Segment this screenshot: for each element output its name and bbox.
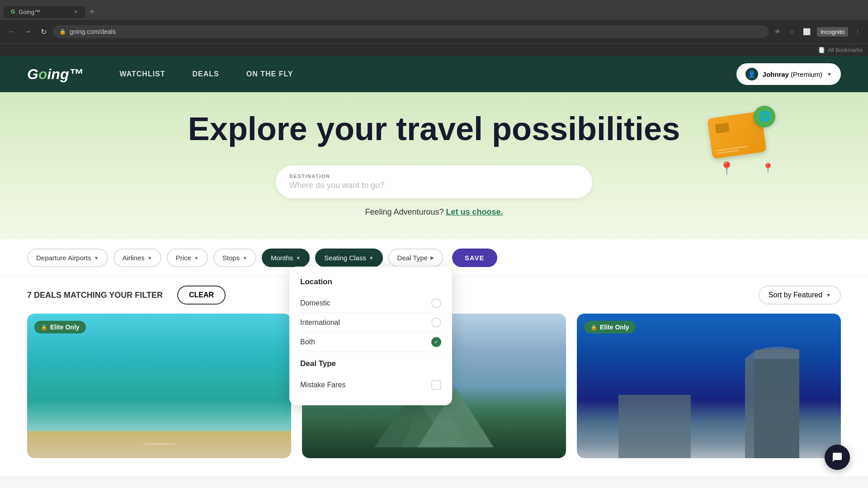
nav-on-the-fly[interactable]: ON THE FLY bbox=[246, 70, 293, 78]
deal-card-3[interactable]: 🔒 Elite Only bbox=[577, 314, 841, 458]
adventurous-prompt: Feeling Adventurous? Let us choose. bbox=[27, 207, 841, 217]
airlines-chevron-icon: ▼ bbox=[147, 255, 152, 261]
both-label: Both bbox=[300, 338, 315, 346]
active-tab[interactable]: G Going™ ✕ bbox=[4, 6, 85, 18]
deal-type-chevron-icon: ▶ bbox=[430, 255, 434, 261]
sort-label: Sort by Featured bbox=[769, 291, 822, 299]
back-button[interactable]: ← bbox=[5, 26, 18, 38]
browser-nav-bar: ← → ↻ 🔒 going.com/deals 👁 ☆ ⬜ Incognito … bbox=[0, 20, 868, 43]
departure-airports-chevron-icon: ▼ bbox=[94, 255, 99, 261]
departure-airports-label: Departure Airports bbox=[36, 254, 91, 262]
deal-type-filter[interactable]: Deal Type ▶ bbox=[388, 249, 443, 267]
user-menu-button[interactable]: 👤 Johnray (Premium) ▼ bbox=[736, 63, 841, 85]
device-icon[interactable]: ⬜ bbox=[801, 26, 812, 37]
domestic-radio[interactable] bbox=[431, 298, 441, 308]
user-menu-chevron-icon: ▼ bbox=[827, 71, 832, 77]
results-left: 7 DEALS MATCHING YOUR FILTER CLEAR bbox=[27, 286, 226, 305]
all-bookmarks-label[interactable]: All Bookmarks bbox=[828, 47, 863, 53]
hero-section: Explore your travel possibilities 🌐 📍 📍 … bbox=[0, 92, 868, 239]
mistake-fares-option[interactable]: Mistake Fares bbox=[300, 375, 441, 394]
chat-button[interactable] bbox=[825, 445, 850, 470]
both-radio[interactable]: ✓ bbox=[431, 337, 441, 347]
user-name: Johnray (Premium) bbox=[763, 70, 823, 78]
both-option[interactable]: Both ✓ bbox=[300, 333, 441, 352]
mistake-fares-label: Mistake Fares bbox=[300, 381, 345, 389]
departure-airports-filter[interactable]: Departure Airports ▼ bbox=[27, 249, 108, 267]
deal-type-section-title: Deal Type bbox=[300, 359, 441, 368]
stops-filter[interactable]: Stops ▼ bbox=[213, 249, 256, 267]
save-button[interactable]: SAVE bbox=[452, 249, 497, 267]
seating-class-label: Seating Class bbox=[324, 254, 366, 262]
destination-input-wrapper[interactable]: DESTINATION Where do you want to go? bbox=[276, 165, 592, 198]
profile-menu-icon[interactable]: ⋮ bbox=[853, 26, 863, 37]
address-bar[interactable]: 🔒 going.com/deals bbox=[53, 25, 769, 38]
stops-chevron-icon: ▼ bbox=[242, 255, 247, 261]
elite-badge-3: 🔒 Elite Only bbox=[584, 321, 636, 333]
tab-bar: G Going™ ✕ + bbox=[0, 0, 868, 20]
elite-badge-label-3: Elite Only bbox=[600, 324, 629, 331]
seating-class-chevron-icon: ▼ bbox=[369, 255, 374, 261]
price-chevron-icon: ▼ bbox=[194, 255, 199, 261]
lock-icon-1: 🔒 bbox=[41, 324, 47, 330]
elite-badge-1: 🔒 Elite Only bbox=[34, 321, 86, 333]
sort-chevron-icon: ▼ bbox=[826, 292, 831, 298]
destination-label: DESTINATION bbox=[289, 174, 579, 179]
sort-button[interactable]: Sort by Featured ▼ bbox=[759, 286, 841, 305]
svg-rect-5 bbox=[754, 350, 799, 458]
price-filter[interactable]: Price ▼ bbox=[167, 249, 208, 267]
bookmark-star-icon[interactable]: ☆ bbox=[787, 26, 797, 37]
deal-type-dropdown: Location Domestic International Both ✓ D… bbox=[289, 267, 452, 405]
new-tab-button[interactable]: + bbox=[85, 5, 99, 19]
months-chevron-icon: ▼ bbox=[296, 255, 301, 261]
page-content: Going™ WATCHLIST DEALS ON THE FLY 👤 John… bbox=[0, 56, 868, 476]
domestic-label: Domestic bbox=[300, 299, 330, 307]
chat-icon bbox=[832, 452, 843, 463]
price-label: Price bbox=[176, 254, 191, 262]
svg-rect-6 bbox=[618, 395, 691, 458]
user-avatar-icon: 👤 bbox=[745, 68, 758, 80]
elite-badge-label-1: Elite Only bbox=[50, 324, 80, 331]
mistake-fares-checkbox[interactable] bbox=[431, 380, 441, 390]
tab-close-button[interactable]: ✕ bbox=[74, 9, 78, 15]
main-nav: WATCHLIST DEALS ON THE FLY bbox=[119, 70, 736, 78]
international-option[interactable]: International bbox=[300, 313, 441, 333]
results-count: 7 DEALS MATCHING YOUR FILTER bbox=[27, 291, 163, 300]
deal-card-1[interactable]: 🔒 Elite Only bbox=[27, 314, 291, 458]
international-radio[interactable] bbox=[431, 318, 441, 328]
months-filter[interactable]: Months ▼ bbox=[262, 249, 310, 267]
refresh-button[interactable]: ↻ bbox=[38, 26, 49, 38]
let-us-choose-link[interactable]: Let us choose. bbox=[446, 207, 503, 216]
nav-watchlist[interactable]: WATCHLIST bbox=[119, 70, 165, 78]
incognito-badge: Incognito bbox=[817, 27, 848, 37]
location-section-title: Location bbox=[300, 277, 441, 286]
url-text: going.com/deals bbox=[70, 28, 116, 35]
clear-button[interactable]: CLEAR bbox=[177, 286, 226, 305]
site-header: Going™ WATCHLIST DEALS ON THE FLY 👤 John… bbox=[0, 56, 868, 92]
stops-label: Stops bbox=[222, 254, 240, 262]
international-label: International bbox=[300, 319, 340, 327]
nav-actions: 👁 ☆ ⬜ Incognito ⋮ bbox=[773, 26, 863, 37]
deal-type-label: Deal Type bbox=[397, 254, 428, 262]
tab-title: Going™ bbox=[19, 9, 40, 15]
nav-deals[interactable]: DEALS bbox=[193, 70, 219, 78]
adventurous-text: Feeling Adventurous? bbox=[365, 207, 443, 216]
site-logo[interactable]: Going™ bbox=[27, 66, 83, 83]
airlines-label: Airlines bbox=[123, 254, 145, 262]
airlines-filter[interactable]: Airlines ▼ bbox=[113, 249, 161, 267]
browser-window: G Going™ ✕ + ← → ↻ 🔒 going.com/deals 👁 ☆… bbox=[0, 0, 868, 56]
map-illustration: 🌐 📍 📍 bbox=[705, 106, 778, 178]
lock-icon-3: 🔒 bbox=[590, 324, 597, 330]
lock-icon: 🔒 bbox=[59, 28, 66, 35]
destination-input[interactable]: Where do you want to go? bbox=[289, 181, 579, 190]
months-label: Months bbox=[271, 254, 293, 262]
forward-button[interactable]: → bbox=[22, 26, 34, 38]
bookmarks-bar: 📑 All Bookmarks bbox=[0, 43, 868, 56]
domestic-option[interactable]: Domestic bbox=[300, 294, 441, 313]
bookmarks-icon: 📑 bbox=[818, 47, 825, 53]
screen-reader-icon[interactable]: 👁 bbox=[773, 26, 783, 37]
seating-class-filter[interactable]: Seating Class ▼ bbox=[315, 249, 382, 267]
